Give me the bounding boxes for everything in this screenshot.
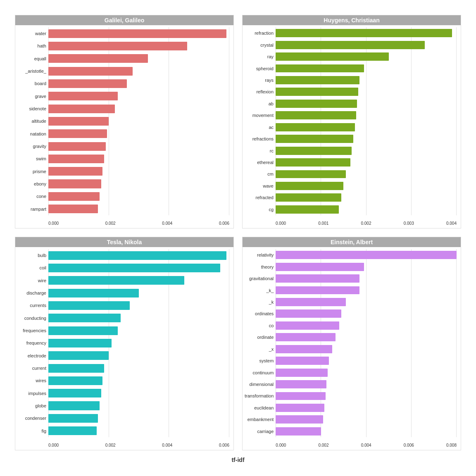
bar: [48, 192, 100, 201]
bar: [48, 79, 127, 88]
y-label: crystal: [245, 43, 274, 48]
y-label: board: [17, 81, 46, 86]
bar: [276, 333, 336, 341]
y-label: gravity: [17, 144, 46, 149]
y-label: refraction: [245, 31, 274, 36]
bar: [276, 263, 364, 271]
bar: [276, 76, 359, 84]
bar-row: [276, 157, 457, 168]
tesla-bars-area: 0.0000.0020.0040.006: [48, 247, 233, 447]
bar-row: [276, 62, 457, 74]
y-label: ordinates: [245, 311, 274, 316]
bar-row: [276, 273, 457, 284]
galilei-title: Galilei, Galileo: [15, 15, 233, 25]
bar: [48, 205, 98, 213]
bottom-row: Tesla, Nikola bulbcoilwiredischargecurre…: [11, 233, 465, 455]
bar-row: [276, 367, 457, 378]
bar: [276, 205, 339, 214]
y-label: natation: [17, 131, 46, 136]
y-label: embankment: [245, 417, 274, 422]
x-axis-tick: 0.002: [318, 443, 328, 447]
bar-row: [48, 412, 229, 424]
y-label: ordinate: [245, 335, 274, 340]
x-axis-tick: 0.004: [361, 443, 371, 447]
bar-row: [48, 400, 229, 412]
x-axis-tick: 0.006: [219, 221, 229, 226]
bar: [48, 67, 133, 76]
y-label: current: [17, 366, 46, 371]
bar-row: [48, 190, 229, 202]
bar: [48, 326, 118, 335]
bar: [48, 289, 139, 298]
bar-row: [48, 312, 229, 324]
bar-row: [48, 262, 229, 274]
bar-row: [48, 128, 229, 140]
bar-row: [276, 390, 457, 402]
y-label: bulb: [17, 253, 46, 258]
bar: [48, 314, 121, 322]
bar: [276, 286, 359, 295]
bar: [48, 105, 115, 113]
bar-row: [276, 343, 457, 355]
bar-row: [276, 320, 457, 331]
bar: [276, 147, 352, 155]
bar-row: [48, 337, 229, 349]
x-axis-tick: 0.004: [162, 443, 172, 447]
y-label: prisme: [17, 169, 46, 174]
bar-row: [48, 90, 229, 102]
y-label: electrode: [17, 353, 46, 358]
bar: [276, 111, 356, 119]
bar: [48, 264, 220, 272]
bar: [48, 129, 107, 138]
bar-row: [48, 178, 229, 190]
y-label: water: [17, 31, 46, 36]
bar: [276, 29, 452, 37]
bar-row: [276, 121, 457, 133]
bar-row: [48, 152, 229, 165]
x-axis-tick: 0.008: [446, 443, 457, 447]
bar: [276, 135, 353, 143]
bar: [276, 88, 358, 96]
galilei-bars-area: 0.0000.0020.0040.006: [48, 25, 233, 226]
bar: [276, 404, 324, 412]
x-axis-tick: 0.003: [404, 221, 414, 226]
main-container: Galilei, Galileo waterhathequall_aristot…: [11, 11, 465, 465]
y-label: spheroid: [245, 66, 274, 71]
x-axis-tick: 0.001: [318, 221, 328, 226]
x-axis-tick: 0.000: [48, 443, 59, 447]
y-label: fig: [17, 428, 46, 433]
bar: [48, 301, 130, 310]
bar-row: [48, 374, 229, 387]
y-label: grave: [17, 94, 46, 99]
huygens-y-labels: refractioncrystalrayspheroidraysreflexio…: [243, 25, 276, 226]
x-axis-tick: 0.002: [361, 221, 371, 226]
y-label: frequency: [17, 340, 46, 345]
y-label: frequencies: [17, 328, 46, 333]
bar-row: [48, 324, 229, 337]
bar-row: [276, 51, 457, 62]
y-label: cg: [245, 207, 274, 212]
y-label: currents: [17, 303, 46, 308]
bar: [48, 54, 148, 63]
bar: [48, 179, 101, 188]
bar: [276, 392, 325, 400]
y-label: co: [245, 323, 274, 328]
bar-row: [276, 355, 457, 367]
x-axis-tick: 0.004: [162, 221, 172, 226]
y-label: ray: [245, 54, 274, 59]
y-label: relativity: [245, 252, 274, 257]
bar: [48, 389, 101, 397]
galilei-y-labels: waterhathequall_aristotle_boardgraveside…: [15, 25, 48, 226]
y-label: _aristotle_: [17, 69, 46, 74]
x-axis-label: tf-idf: [11, 455, 465, 465]
y-label: reflexion: [245, 89, 274, 94]
y-label: ebony: [17, 181, 46, 186]
y-label: rampart: [17, 207, 46, 212]
y-label: rc: [245, 148, 274, 153]
einstein-chart: Einstein, Albert relativitytheorygravita…: [238, 233, 465, 455]
huygens-chart: Huygens, Christiaan refractioncrystalray…: [238, 11, 465, 233]
bar-row: [48, 52, 229, 65]
bar: [48, 142, 106, 151]
bar: [48, 276, 184, 285]
bar: [48, 251, 226, 260]
